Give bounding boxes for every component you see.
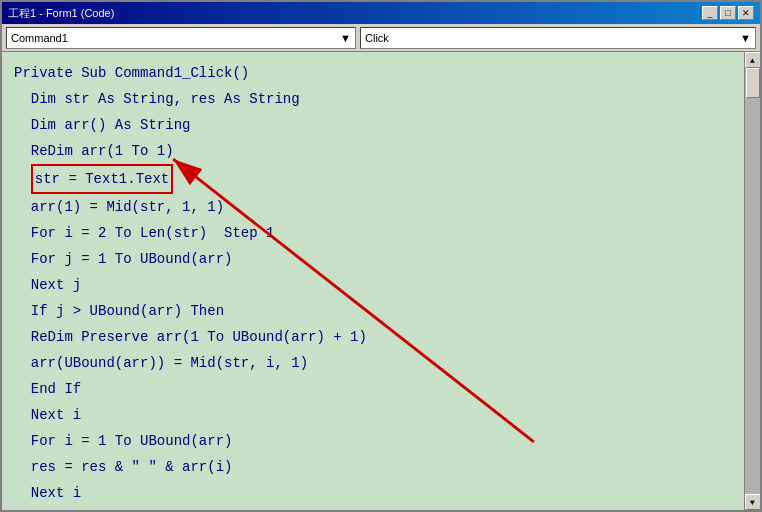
title-bar: 工程1 - Form1 (Code) _ □ ✕ bbox=[2, 2, 760, 24]
title-bar-text: 工程1 - Form1 (Code) bbox=[8, 6, 114, 21]
code-line: For i = 1 To UBound(arr) bbox=[14, 428, 732, 454]
code-line: arr(UBound(arr)) = Mid(str, i, 1) bbox=[14, 350, 732, 376]
code-line: str = Text1.Text bbox=[14, 164, 732, 194]
event-dropdown-value: Click bbox=[365, 32, 389, 44]
main-window: 工程1 - Form1 (Code) _ □ ✕ Command1 ▼ Clic… bbox=[0, 0, 762, 512]
highlighted-code-line: str = Text1.Text bbox=[31, 164, 173, 194]
minimize-button[interactable]: _ bbox=[702, 6, 718, 20]
code-line: Private Sub Command1_Click() bbox=[14, 60, 732, 86]
close-button[interactable]: ✕ bbox=[738, 6, 754, 20]
scroll-down-button[interactable]: ▼ bbox=[745, 494, 761, 510]
event-dropdown-arrow: ▼ bbox=[740, 32, 751, 44]
code-line: Next j bbox=[14, 272, 732, 298]
scroll-thumb[interactable] bbox=[746, 68, 760, 98]
toolbar: Command1 ▼ Click ▼ bbox=[2, 24, 760, 52]
code-line: If j > UBound(arr) Then bbox=[14, 298, 732, 324]
code-line: ReDim Preserve arr(1 To UBound(arr) + 1) bbox=[14, 324, 732, 350]
code-line: End If bbox=[14, 376, 732, 402]
object-dropdown-arrow: ▼ bbox=[340, 32, 351, 44]
maximize-button[interactable]: □ bbox=[720, 6, 736, 20]
code-area: Private Sub Command1_Click() Dim str As … bbox=[2, 52, 760, 510]
object-dropdown[interactable]: Command1 ▼ bbox=[6, 27, 356, 49]
scroll-track[interactable] bbox=[745, 68, 760, 494]
object-dropdown-value: Command1 bbox=[11, 32, 68, 44]
code-editor[interactable]: Private Sub Command1_Click() Dim str As … bbox=[2, 52, 744, 510]
code-line: Next i bbox=[14, 480, 732, 506]
code-line: Dim str As String, res As String bbox=[14, 86, 732, 112]
code-line: res = res & " " & arr(i) bbox=[14, 454, 732, 480]
code-line: Dim arr() As String bbox=[14, 112, 732, 138]
title-bar-controls: _ □ ✕ bbox=[702, 6, 754, 20]
scrollbar: ▲ ▼ bbox=[744, 52, 760, 510]
code-line: For i = 2 To Len(str) Step 1 bbox=[14, 220, 732, 246]
scroll-up-button[interactable]: ▲ bbox=[745, 52, 761, 68]
code-line: arr(1) = Mid(str, 1, 1) bbox=[14, 194, 732, 220]
code-line: Next i bbox=[14, 402, 732, 428]
code-line: For j = 1 To UBound(arr) bbox=[14, 246, 732, 272]
event-dropdown[interactable]: Click ▼ bbox=[360, 27, 756, 49]
window-title: 工程1 - Form1 (Code) bbox=[8, 6, 114, 21]
code-line: ReDim arr(1 To 1) bbox=[14, 138, 732, 164]
